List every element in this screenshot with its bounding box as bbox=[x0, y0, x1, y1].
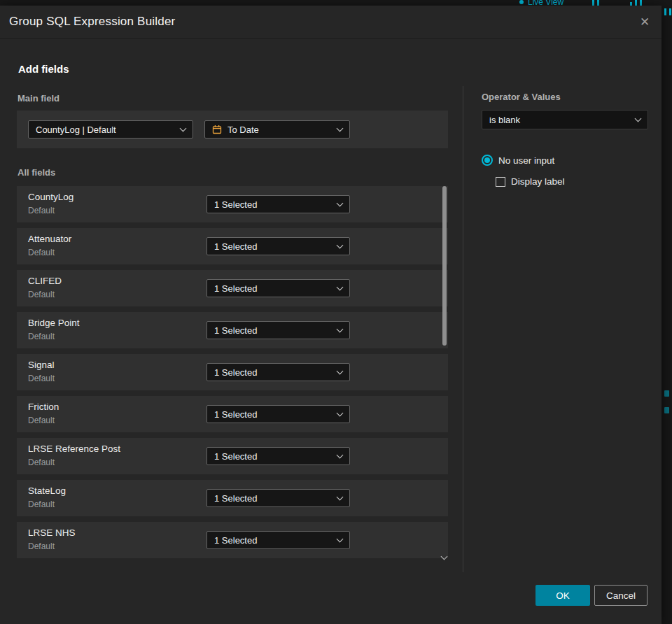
no-user-input-radio[interactable] bbox=[482, 155, 493, 166]
field-select[interactable]: 1 Selected bbox=[206, 237, 350, 255]
field-select-label: 1 Selected bbox=[214, 535, 332, 546]
field-name: LRSE Reference Post bbox=[28, 444, 120, 454]
field-row: Bridge Point Default 1 Selected bbox=[17, 312, 448, 348]
dialog-titlebar: Group SQL Expression Builder ✕ bbox=[0, 6, 662, 39]
close-icon[interactable]: ✕ bbox=[635, 13, 654, 32]
field-select-label: 1 Selected bbox=[214, 241, 332, 252]
field-subtitle: Default bbox=[28, 332, 55, 341]
field-select[interactable]: 1 Selected bbox=[206, 489, 350, 507]
background-icon bbox=[664, 8, 671, 15]
calendar-icon bbox=[212, 125, 222, 134]
dialog-title: Group SQL Expression Builder bbox=[9, 15, 175, 29]
display-label-option[interactable]: Display label bbox=[496, 176, 565, 187]
display-label-checkbox[interactable] bbox=[496, 177, 505, 187]
column-divider bbox=[463, 86, 463, 572]
field-row: CountyLog Default 1 Selected bbox=[17, 186, 448, 222]
all-fields-list: CountyLog Default 1 Selected Attenuator … bbox=[17, 186, 448, 564]
background-glyph bbox=[664, 390, 669, 397]
scrollbar-thumb[interactable] bbox=[442, 186, 447, 346]
field-row: LRSE NHS Default 1 Selected bbox=[17, 522, 448, 558]
field-select[interactable]: 1 Selected bbox=[206, 195, 350, 213]
main-field-date-select-value: To Date bbox=[227, 125, 332, 135]
display-label-label: Display label bbox=[511, 176, 565, 187]
field-subtitle: Default bbox=[28, 290, 55, 299]
chevron-down-icon bbox=[337, 325, 344, 332]
field-name: LRSE NHS bbox=[28, 527, 76, 538]
group-sql-expression-builder-dialog: Group SQL Expression Builder ✕ Add field… bbox=[0, 6, 662, 624]
no-user-input-label: No user input bbox=[498, 155, 554, 166]
field-subtitle: Default bbox=[28, 458, 55, 467]
field-select-label: 1 Selected bbox=[214, 325, 332, 336]
column-chart-icon bbox=[592, 0, 599, 6]
field-name: CLIFED bbox=[28, 276, 62, 286]
all-fields-label: All fields bbox=[18, 167, 55, 178]
field-row: Friction Default 1 Selected bbox=[17, 396, 448, 432]
field-select-label: 1 Selected bbox=[214, 199, 332, 210]
field-name: Attenuator bbox=[28, 234, 71, 244]
field-subtitle: Default bbox=[28, 416, 55, 425]
chevron-down-icon bbox=[337, 535, 344, 542]
field-select-label: 1 Selected bbox=[214, 451, 332, 462]
field-name: Friction bbox=[28, 402, 59, 412]
field-name: StateLog bbox=[28, 485, 66, 496]
field-row: CLIFED Default 1 Selected bbox=[17, 270, 448, 306]
field-row: Attenuator Default 1 Selected bbox=[17, 228, 448, 264]
field-name: Signal bbox=[28, 360, 55, 370]
field-select[interactable]: 1 Selected bbox=[206, 531, 350, 549]
field-subtitle: Default bbox=[28, 206, 55, 215]
operator-select-value: is blank bbox=[489, 115, 630, 125]
background-glyph bbox=[664, 407, 669, 413]
field-select[interactable]: 1 Selected bbox=[206, 321, 350, 339]
chevron-down-icon bbox=[337, 451, 344, 458]
main-field-label: Main field bbox=[18, 93, 59, 104]
field-row: StateLog Default 1 Selected bbox=[17, 480, 448, 516]
field-row: LRSE Reference Post Default 1 Selected bbox=[17, 438, 448, 474]
field-select[interactable]: 1 Selected bbox=[206, 447, 350, 465]
field-select-label: 1 Selected bbox=[214, 493, 332, 504]
field-select[interactable]: 1 Selected bbox=[206, 279, 350, 297]
main-field-select-value: CountyLog | Default bbox=[36, 125, 175, 135]
field-select-label: 1 Selected bbox=[214, 409, 332, 420]
chevron-down-icon bbox=[337, 409, 344, 416]
field-row: Signal Default 1 Selected bbox=[17, 354, 448, 390]
add-fields-heading: Add fields bbox=[18, 63, 69, 75]
field-select-label: 1 Selected bbox=[214, 367, 332, 378]
field-subtitle: Default bbox=[28, 248, 55, 257]
main-field-panel: CountyLog | Default To Date bbox=[17, 111, 448, 148]
field-subtitle: Default bbox=[28, 541, 55, 551]
chevron-down-icon bbox=[337, 199, 344, 206]
chevron-down-icon bbox=[337, 125, 344, 132]
cancel-button[interactable]: Cancel bbox=[594, 585, 648, 606]
field-subtitle: Default bbox=[28, 499, 55, 509]
chevron-down-icon bbox=[635, 115, 642, 122]
field-select[interactable]: 1 Selected bbox=[206, 363, 350, 381]
operator-select[interactable]: is blank bbox=[482, 110, 648, 129]
chevron-down-icon bbox=[337, 493, 344, 500]
field-select-label: 1 Selected bbox=[214, 283, 332, 294]
field-select[interactable]: 1 Selected bbox=[206, 405, 350, 423]
operator-values-heading: Operator & Values bbox=[482, 92, 561, 102]
ok-button[interactable]: OK bbox=[536, 585, 590, 606]
chevron-down-icon bbox=[337, 283, 344, 290]
main-field-date-select[interactable]: To Date bbox=[204, 120, 350, 139]
chevron-down-icon bbox=[180, 125, 187, 132]
field-subtitle: Default bbox=[28, 374, 55, 383]
bar-chart-icon bbox=[630, 0, 642, 6]
scrollbar-down-arrow-icon[interactable] bbox=[442, 554, 447, 560]
field-name: CountyLog bbox=[28, 192, 74, 202]
chevron-down-icon bbox=[337, 367, 344, 374]
chevron-down-icon bbox=[337, 241, 344, 248]
background-app-sliver bbox=[662, 6, 672, 624]
background-app-strip: Live View bbox=[0, 0, 672, 6]
field-name: Bridge Point bbox=[28, 318, 80, 328]
main-field-select[interactable]: CountyLog | Default bbox=[28, 120, 193, 139]
no-user-input-option[interactable]: No user input bbox=[482, 155, 554, 166]
live-view-dot-icon bbox=[519, 0, 524, 4]
